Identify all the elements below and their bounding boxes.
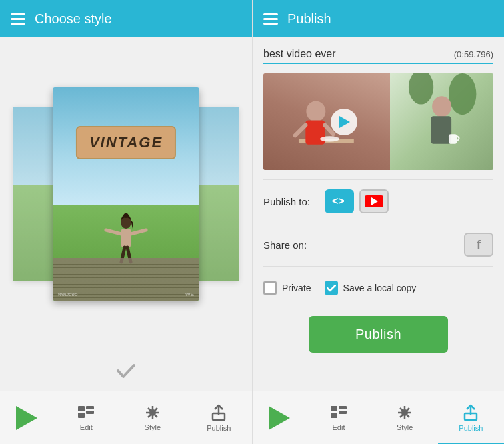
- right-panel-title: Publish: [287, 11, 331, 27]
- wevideo-platform-btn[interactable]: <>: [325, 189, 354, 213]
- svg-rect-1: [121, 229, 131, 247]
- svg-rect-9: [78, 413, 85, 418]
- right-nav: Edit Style Publish: [253, 391, 504, 445]
- svg-line-3: [131, 230, 146, 234]
- share-row: Share on: f: [263, 233, 493, 257]
- right-style-icon: [396, 405, 413, 421]
- video-play-button[interactable]: [331, 109, 357, 135]
- svg-line-2: [106, 230, 121, 234]
- play-button-icon[interactable]: [12, 403, 41, 433]
- right-nav-style[interactable]: Style: [372, 391, 438, 445]
- watermark-right: WE: [185, 291, 194, 297]
- style-icon: [144, 405, 161, 421]
- svg-rect-27: [449, 134, 457, 144]
- svg-text:<>: <>: [332, 195, 345, 207]
- svg-rect-30: [339, 406, 347, 409]
- left-nav-publish[interactable]: Publish: [186, 391, 252, 445]
- video-thumbnail[interactable]: [263, 73, 493, 170]
- right-nav-publish[interactable]: Publish: [438, 391, 504, 445]
- right-bottom-nav: Edit Style Publish: [253, 391, 504, 444]
- right-header: Publish: [253, 0, 504, 37]
- left-panel: Choose style VINTAGE: [0, 0, 252, 444]
- right-nav-edit-label: Edit: [332, 423, 345, 431]
- svg-rect-31: [339, 411, 347, 414]
- checkmark-icon: [327, 285, 336, 292]
- svg-rect-7: [86, 406, 94, 409]
- checkmark-area: [0, 351, 252, 391]
- left-nav-edit[interactable]: Edit: [53, 391, 119, 445]
- selected-checkmark: [114, 359, 138, 383]
- left-bottom-nav: Edit Style Publish: [0, 391, 252, 444]
- poster-main-container[interactable]: VINTAGE: [53, 87, 199, 301]
- youtube-icon: [365, 195, 383, 207]
- options-row: Private Save a local copy: [263, 276, 493, 300]
- left-nav-style[interactable]: Style: [119, 391, 185, 445]
- private-option[interactable]: Private: [263, 281, 311, 295]
- right-edit-icon: [329, 405, 348, 421]
- divider-2: [263, 223, 493, 223]
- svg-point-23: [449, 73, 476, 115]
- left-panel-title: Choose style: [35, 11, 112, 27]
- share-on-label: Share on:: [263, 239, 317, 251]
- platform-buttons: <>: [325, 189, 389, 213]
- private-label: Private: [282, 283, 311, 293]
- edit-icon: [77, 405, 95, 421]
- svg-point-25: [432, 96, 451, 117]
- right-nav-edit[interactable]: Edit: [305, 391, 371, 445]
- publish-icon: [211, 404, 226, 421]
- style-chooser-content: VINTAGE: [0, 37, 252, 351]
- left-header: Choose style: [0, 0, 252, 37]
- private-checkbox[interactable]: [263, 281, 277, 295]
- watermark-left: wevideo: [58, 291, 77, 297]
- right-nav-style-label: Style: [397, 423, 413, 431]
- publish-to-label: Publish to:: [263, 196, 317, 207]
- left-nav-edit-label: Edit: [80, 423, 93, 431]
- save-copy-checkbox[interactable]: [325, 281, 338, 295]
- svg-line-20: [295, 125, 306, 136]
- thumbnail-left: [263, 73, 390, 170]
- right-play-icon[interactable]: [265, 403, 294, 433]
- youtube-platform-btn[interactable]: [359, 189, 389, 213]
- right-nav-publish-label: Publish: [459, 424, 483, 432]
- publish-content: best video ever (0:59.796): [253, 37, 504, 391]
- left-nav: Edit Style Publish: [0, 391, 252, 445]
- left-nav-play[interactable]: [0, 391, 53, 445]
- right-nav-play[interactable]: [253, 391, 305, 445]
- save-copy-label: Save a local copy: [343, 283, 417, 293]
- publish-button[interactable]: Publish: [309, 316, 448, 353]
- left-nav-publish-label: Publish: [207, 424, 231, 432]
- poster-main: VINTAGE: [53, 87, 199, 301]
- right-menu-icon[interactable]: [263, 13, 278, 25]
- video-duration: (0:59.796): [454, 49, 493, 59]
- svg-rect-6: [78, 406, 85, 411]
- left-nav-style-label: Style: [145, 423, 161, 431]
- wevideo-icon: <>: [331, 195, 348, 208]
- svg-rect-29: [331, 406, 337, 411]
- publish-to-row: Publish to: <>: [263, 189, 493, 213]
- publish-btn-area: Publish: [263, 316, 493, 353]
- video-title-row: best video ever (0:59.796): [263, 48, 493, 64]
- divider-3: [263, 266, 493, 267]
- menu-icon[interactable]: [11, 13, 25, 25]
- svg-rect-26: [431, 116, 451, 143]
- divider-1: [263, 179, 493, 180]
- svg-rect-8: [86, 411, 94, 414]
- svg-point-24: [409, 73, 433, 105]
- video-title: best video ever: [263, 48, 336, 60]
- svg-point-22: [321, 136, 340, 141]
- right-panel: Publish best video ever (0:59.796): [252, 0, 504, 444]
- facebook-share-btn[interactable]: f: [464, 233, 493, 257]
- save-copy-option[interactable]: Save a local copy: [325, 281, 417, 295]
- poster-sign-text: VINTAGE: [89, 134, 163, 151]
- svg-point-18: [307, 101, 326, 121]
- right-publish-icon: [463, 404, 478, 421]
- poster-sign: VINTAGE: [76, 126, 176, 159]
- svg-rect-19: [306, 120, 325, 144]
- thumbnail-right: [390, 73, 493, 170]
- facebook-icon: f: [477, 238, 481, 252]
- svg-rect-32: [331, 413, 337, 418]
